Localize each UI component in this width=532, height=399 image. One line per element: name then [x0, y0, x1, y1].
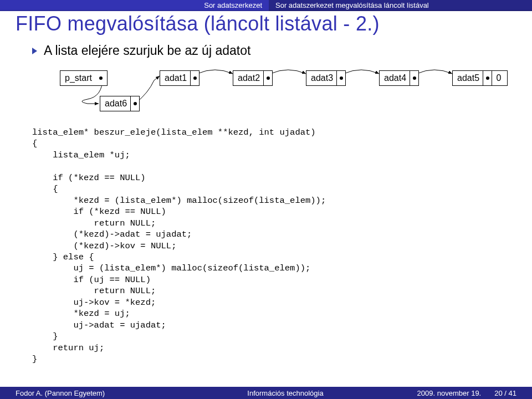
pointer-dot-icon	[193, 76, 197, 80]
triangle-bullet-icon	[32, 48, 37, 54]
pointer-dot-icon	[134, 102, 137, 105]
footer-date-page: 2009. november 19.20 / 41	[377, 389, 532, 397]
node-adat6: adat6	[100, 96, 140, 111]
node-label: adat6	[100, 99, 130, 109]
node-pstart: p_start	[60, 70, 108, 86]
node-adat1: adat1	[160, 70, 200, 86]
footer-bar: Fodor A. (Pannon Egyetem) Információs te…	[0, 387, 532, 399]
footer-page: 20 / 41	[494, 389, 516, 397]
code-listing: lista_elem* beszur_eleje(lista_elem **ke…	[32, 127, 510, 365]
node-adat4: adat4	[379, 70, 419, 86]
footer-date: 2009. november 19.	[417, 389, 482, 397]
footer-author: Fodor A. (Pannon Egyetem)	[0, 389, 194, 397]
pointer-dot-icon	[486, 76, 489, 80]
node-label: 0	[492, 73, 505, 83]
node-label: adat3	[306, 73, 336, 83]
node-label: adat5	[453, 73, 483, 83]
node-label: adat2	[233, 73, 263, 83]
bullet-text: A lista elejére szurjuk be az új adatot	[44, 43, 250, 58]
section-tab-right: Sor adatszerkezet megvalósítása láncolt …	[269, 0, 532, 11]
bullet-item: A lista elejére szurjuk be az új adatot	[32, 43, 510, 58]
pointer-dot-icon	[267, 76, 270, 80]
node-adat3: adat3	[306, 70, 346, 86]
slide-title: FIFO megvalósítása (láncolt listával - 2…	[16, 12, 380, 35]
footer-title: Információs technológia	[194, 389, 377, 397]
node-adat5: adat5	[452, 70, 492, 86]
node-label: adat4	[380, 73, 410, 83]
node-label: p_start	[60, 73, 95, 83]
node-adat2: adat2	[233, 70, 273, 86]
pointer-dot-icon	[340, 76, 343, 80]
node-label: adat1	[160, 73, 190, 83]
pointer-dot-icon	[99, 76, 103, 80]
linked-list-diagram: p_start adat1 adat2 adat3 adat4 adat5 0	[49, 66, 510, 127]
section-tabs: Sor adatszerkezet Sor adatszerkezet megv…	[0, 0, 532, 11]
pointer-dot-icon	[413, 76, 416, 80]
node-null: 0	[492, 70, 508, 86]
slide-body: A lista elejére szurjuk be az új adatot	[32, 43, 510, 365]
section-tab-left: Sor adatszerkezet	[0, 0, 269, 11]
